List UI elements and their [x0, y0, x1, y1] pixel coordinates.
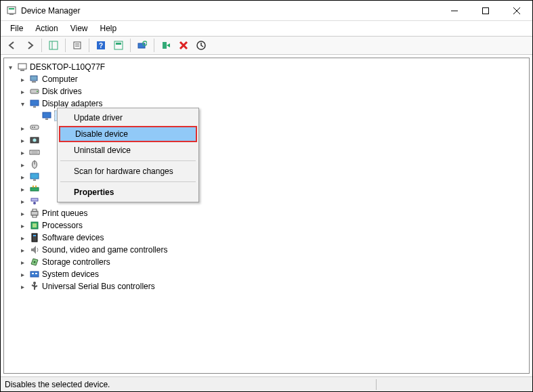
scan-hardware-button[interactable]	[135, 38, 150, 53]
system-icon	[29, 269, 40, 280]
svg-rect-58	[32, 273, 34, 274]
svg-rect-7	[49, 41, 58, 49]
svg-rect-42	[30, 173, 39, 179]
printer-icon	[29, 208, 40, 219]
keyboard-icon	[29, 147, 40, 158]
caret-right-icon[interactable]: ▸	[18, 269, 27, 279]
ctx-scan-hardware[interactable]: Scan for hardware changes	[59, 163, 197, 179]
svg-rect-54	[32, 234, 37, 242]
enable-device-button[interactable]	[158, 38, 173, 53]
svg-rect-46	[35, 186, 37, 188]
statusbar: Disables the selected device.	[1, 376, 532, 391]
tree-category[interactable]: ▸Print queues	[18, 207, 528, 219]
tree-category[interactable]: ▸Universal Serial Bus controllers	[18, 280, 528, 292]
cpu-icon	[29, 220, 40, 231]
tree-category[interactable]: ▸Sound, video and game controllers	[18, 244, 528, 256]
svg-rect-0	[7, 7, 16, 14]
caret-right-icon[interactable]: ▸	[18, 209, 27, 218]
menubar: File Action View Help	[1, 21, 532, 36]
show-hide-tree-button[interactable]	[46, 38, 61, 53]
tree-category-label: Universal Serial Bus controllers	[42, 282, 155, 291]
caret-right-icon[interactable]: ▸	[18, 148, 27, 157]
svg-rect-24	[30, 76, 37, 81]
menu-view[interactable]: View	[65, 22, 93, 35]
caret-right-icon[interactable]: ▸	[18, 233, 27, 242]
tree-category-label: System devices	[42, 269, 99, 279]
toolbar: ?	[1, 36, 532, 55]
tree-category[interactable]: ▸Storage controllers	[18, 256, 528, 268]
svg-point-36	[33, 139, 37, 142]
svg-rect-28	[30, 100, 39, 106]
properties-button[interactable]	[70, 38, 85, 53]
caret-right-icon[interactable]: ▸	[18, 184, 27, 194]
display-icon	[29, 98, 40, 109]
tree-category-label: Sound, video and game controllers	[42, 245, 167, 255]
menu-action[interactable]: Action	[30, 22, 63, 35]
uninstall-device-button[interactable]	[176, 38, 191, 53]
back-button[interactable]	[5, 38, 20, 53]
tree-category-label: Storage controllers	[42, 257, 110, 267]
caret-right-icon[interactable]: ▸	[18, 245, 27, 255]
svg-rect-25	[32, 81, 36, 83]
tree-category[interactable]: ▸Software devices	[18, 232, 528, 244]
statusbar-text: Disables the selected device.	[5, 380, 110, 389]
svg-rect-37	[30, 150, 39, 154]
caret-right-icon[interactable]: ▸	[18, 282, 27, 291]
svg-rect-53	[33, 223, 37, 227]
tree-area: ▾ DESKTOP-L10Q77F ▸Computer▸Disk drives▾…	[3, 58, 530, 374]
svg-rect-43	[33, 179, 36, 181]
svg-rect-51	[33, 215, 37, 217]
ctx-update-driver[interactable]: Update driver	[59, 110, 197, 126]
svg-rect-55	[33, 235, 36, 236]
caret-right-icon[interactable]: ▸	[18, 87, 27, 96]
ctx-properties[interactable]: Properties	[59, 184, 197, 200]
ctx-separator	[60, 181, 196, 182]
help-button[interactable]: ?	[93, 38, 108, 53]
caret-right-icon[interactable]: ▸	[18, 74, 27, 84]
caret-right-icon[interactable]: ▸	[18, 135, 27, 145]
caret-right-icon[interactable]: ▸	[18, 172, 27, 181]
software-icon	[29, 232, 40, 243]
svg-rect-50	[33, 209, 37, 211]
svg-rect-1	[9, 8, 14, 9]
close-button[interactable]	[501, 1, 532, 21]
forward-button[interactable]	[22, 38, 37, 53]
storage-icon	[29, 257, 40, 267]
tree-category-label: Disk drives	[42, 87, 82, 96]
caret-right-icon[interactable]: ▸	[18, 221, 27, 230]
caret-down-icon[interactable]: ▾	[18, 99, 27, 108]
caret-right-icon[interactable]: ▸	[18, 160, 27, 169]
tree-root[interactable]: ▾ DESKTOP-L10Q77F	[5, 61, 528, 73]
tree-category[interactable]: ▸Processors	[18, 219, 528, 232]
svg-point-34	[34, 127, 35, 128]
svg-point-60	[33, 282, 36, 284]
tree-category[interactable]: ▸Disk drives	[18, 85, 528, 97]
minimize-button[interactable]	[439, 1, 470, 21]
ctx-disable-device[interactable]: Disable device	[59, 126, 197, 142]
svg-rect-15	[116, 43, 121, 45]
svg-rect-16	[138, 43, 145, 48]
caret-right-icon[interactable]: ▸	[18, 123, 27, 133]
menu-help[interactable]: Help	[95, 22, 123, 35]
computer-icon	[29, 74, 40, 85]
tree-category[interactable]: ▸System devices	[18, 268, 528, 280]
update-driver-button[interactable]	[194, 38, 209, 53]
titlebar: Device Manager	[1, 1, 532, 21]
caret-right-icon[interactable]: ▸	[18, 257, 27, 267]
context-menu: Update driver Disable device Uninstall d…	[57, 108, 199, 202]
caret-right-icon[interactable]: ▸	[18, 196, 27, 206]
disk-icon	[29, 86, 40, 97]
tree-category[interactable]: ▸Computer	[18, 73, 528, 85]
action-button[interactable]	[111, 38, 126, 53]
svg-rect-47	[31, 198, 38, 201]
tree-category-label: Processors	[42, 221, 83, 230]
tree-category-label: Computer	[42, 74, 78, 84]
caret-down-icon[interactable]: ▾	[5, 62, 15, 72]
svg-point-56	[34, 261, 36, 263]
sound-icon	[29, 244, 40, 255]
svg-rect-23	[20, 70, 24, 71]
maximize-button[interactable]	[470, 1, 501, 21]
imaging-icon	[29, 135, 40, 146]
menu-file[interactable]: File	[5, 22, 28, 35]
ctx-uninstall-device[interactable]: Uninstall device	[59, 142, 197, 158]
